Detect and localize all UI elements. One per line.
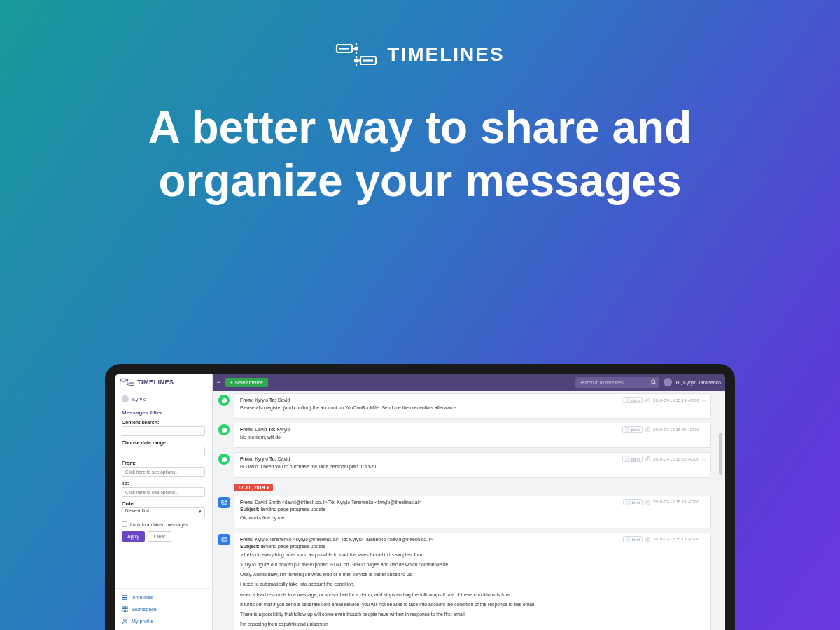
more-icon[interactable]: ⋯: [702, 500, 706, 505]
clear-button[interactable]: Clear: [148, 531, 172, 542]
app-logo-text: TIMELINES: [137, 379, 174, 386]
checkbox-icon: [122, 522, 127, 527]
hero-brand: TIMELINES: [0, 43, 840, 66]
main-panel: ≡ + New timeline Hi, Kyrylo Taranenko: [213, 374, 725, 630]
svg-point-21: [124, 619, 127, 622]
message-timestamp: 2019-07-16 15:22 +0300: [653, 457, 699, 461]
timelines-logo-icon: [120, 378, 134, 386]
scrollbar[interactable]: [719, 433, 722, 475]
plus-icon: +: [230, 380, 233, 385]
grid-icon: [122, 606, 128, 612]
date-range-input[interactable]: [122, 447, 205, 456]
order-label: Order:: [122, 501, 205, 506]
nav-profile-label: My profile: [132, 618, 153, 624]
topbar-avatar[interactable]: [664, 378, 672, 386]
more-icon[interactable]: ⋯: [702, 537, 706, 542]
svg-rect-9: [121, 379, 126, 382]
format-badge: 📄 html: [623, 536, 643, 542]
filter-title: Messages filter: [115, 407, 212, 419]
format-badge: 📄 plain: [622, 456, 643, 462]
svg-rect-18: [125, 607, 127, 609]
svg-rect-20: [125, 610, 127, 612]
message-timestamp: 2019-07-12 15:23 +0300: [653, 500, 699, 504]
apply-button[interactable]: Apply: [122, 531, 145, 542]
order-select[interactable]: Newest first: [122, 507, 205, 517]
avatar-icon: [122, 396, 129, 402]
clock-icon: 🕘: [645, 456, 650, 461]
message-card[interactable]: 📄 plain 🕘 2019-07-16 15:22 +0300 ⋯ From:…: [234, 452, 711, 477]
more-icon[interactable]: ⋯: [702, 427, 706, 432]
whatsapp-icon: [218, 424, 230, 435]
svg-point-7: [355, 59, 358, 62]
message-card[interactable]: 📄 plain 🕘 2019-07-16 15:19 +0300 ⋯ From:…: [234, 393, 711, 419]
search-icon[interactable]: [651, 379, 657, 385]
message-body: Ok, works fine by me: [240, 514, 705, 522]
hamburger-icon[interactable]: ≡: [217, 379, 221, 386]
message-feed: 📄 plain 🕘 2019-07-16 15:19 +0300 ⋯ From:…: [213, 391, 725, 630]
message-body: > Let's do everything to as soon as poss…: [240, 552, 705, 630]
message-timestamp: 2019-07-16 15:19 +0300: [653, 398, 699, 402]
from-input[interactable]: [122, 467, 205, 477]
sidebar-user-name: Kyrylo: [132, 396, 146, 402]
sidebar: TIMELINES Kyrylo Messages filter Content…: [115, 374, 213, 630]
nav-workspace[interactable]: Workspace: [115, 603, 212, 615]
sidebar-nav: Timelines Workspace My profile: [115, 588, 212, 630]
svg-line-23: [654, 382, 655, 384]
clock-icon: 🕘: [645, 500, 650, 505]
svg-rect-17: [122, 607, 125, 609]
date-range-label: Choose date range:: [122, 440, 205, 445]
svg-point-12: [127, 379, 128, 381]
new-timeline-button[interactable]: + New timeline: [225, 378, 268, 387]
date-separator[interactable]: 12 Jul, 2019: [234, 484, 273, 491]
email-icon: [218, 534, 230, 545]
svg-point-5: [355, 48, 358, 50]
hero-headline: A better way to share and organize your …: [0, 102, 840, 207]
whatsapp-icon: [218, 395, 230, 406]
message-timestamp: 2019-07-16 15:20 +0300: [653, 428, 699, 432]
message-body: Hi David. I need you to purchase the Til…: [240, 463, 705, 470]
message-timestamp: 2019-07-12 15:13 +0300: [653, 537, 699, 541]
sidebar-user[interactable]: Kyrylo: [115, 391, 212, 407]
app-screen: TIMELINES Kyrylo Messages filter Content…: [115, 374, 725, 630]
content-search-input[interactable]: [122, 426, 205, 436]
hero-brand-text: TIMELINES: [387, 43, 504, 66]
to-label: To:: [122, 481, 205, 486]
message-card[interactable]: 📄 html 🕘 2019-07-12 15:13 +0300 ⋯ From: …: [234, 533, 711, 630]
to-input[interactable]: [122, 487, 205, 497]
email-icon: [218, 497, 230, 508]
message-row: 📄 plain 🕘 2019-07-16 15:22 +0300 ⋯ From:…: [218, 452, 711, 477]
topbar: ≡ + New timeline Hi, Kyrylo Taranenko: [213, 374, 725, 391]
message-card[interactable]: 📄 html 🕘 2019-07-12 15:23 +0300 ⋯ From: …: [234, 496, 711, 528]
more-icon[interactable]: ⋯: [702, 398, 706, 402]
archived-checkbox[interactable]: Look in archived messages: [115, 520, 212, 528]
order-select-value: Newest first: [125, 508, 149, 513]
more-icon[interactable]: ⋯: [702, 456, 706, 461]
message-row: 📄 plain 🕘 2019-07-16 15:20 +0300 ⋯ From:…: [218, 423, 711, 448]
svg-rect-19: [122, 610, 125, 612]
clock-icon: 🕘: [645, 537, 650, 542]
user-icon: [122, 618, 128, 624]
svg-point-13: [127, 384, 128, 385]
message-card[interactable]: 📄 plain 🕘 2019-07-16 15:20 +0300 ⋯ From:…: [234, 423, 711, 448]
nav-profile[interactable]: My profile: [115, 615, 212, 627]
message-body: Please also register (and confirm) the a…: [240, 405, 705, 412]
clock-icon: 🕘: [645, 427, 650, 432]
message-row: 📄 html 🕘 2019-07-12 15:13 +0300 ⋯ From: …: [218, 533, 711, 630]
message-body: No problem, will do.: [240, 434, 705, 441]
svg-rect-10: [129, 383, 134, 386]
nav-timelines[interactable]: Timelines: [115, 592, 212, 603]
global-search-input[interactable]: [575, 377, 659, 388]
timelines-logo-icon: [335, 43, 377, 66]
list-icon: [122, 594, 128, 601]
app-logo[interactable]: TIMELINES: [115, 374, 212, 391]
laptop-frame: TIMELINES Kyrylo Messages filter Content…: [105, 364, 735, 630]
clock-icon: 🕘: [645, 398, 650, 402]
format-badge: 📄 plain: [622, 426, 643, 433]
message-row: 📄 html 🕘 2019-07-12 15:23 +0300 ⋯ From: …: [218, 496, 711, 528]
nav-workspace-label: Workspace: [132, 606, 157, 612]
from-label: From:: [122, 461, 205, 465]
message-row: 📄 plain 🕘 2019-07-16 15:19 +0300 ⋯ From:…: [218, 393, 711, 419]
content-search-label: Content search:: [122, 420, 205, 425]
new-timeline-label: New timeline: [235, 380, 263, 385]
format-badge: 📄 html: [623, 499, 643, 505]
